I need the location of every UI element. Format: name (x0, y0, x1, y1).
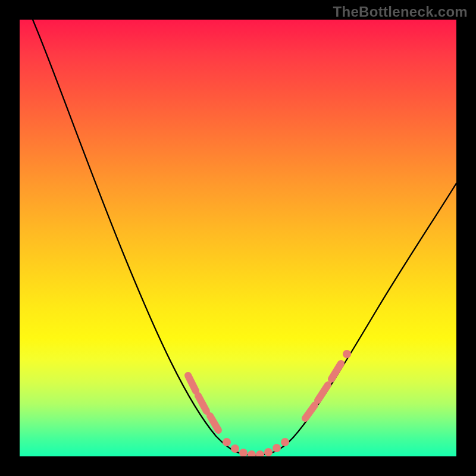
marker-seg-right-1 (305, 405, 315, 418)
marker-seg-right-2 (318, 385, 328, 400)
chart-plot-area (20, 20, 456, 456)
marker-seg-left-2 (198, 396, 206, 411)
marker-dot (223, 438, 231, 446)
chart-frame: TheBottleneck.com (0, 0, 476, 476)
marker-dot (264, 448, 273, 456)
marker-seg-left-3 (210, 416, 218, 430)
marker-dot (239, 449, 248, 456)
marker-dot (343, 350, 351, 358)
marker-dot (273, 444, 281, 452)
marker-dot (248, 450, 256, 456)
curve-path (33, 20, 456, 455)
marker-seg-left-1 (188, 375, 196, 391)
marker-dot (231, 444, 239, 453)
marker-dot (281, 438, 289, 446)
marker-seg-right-3 (331, 364, 341, 379)
marker-dot (256, 450, 264, 456)
bottleneck-curve (20, 20, 456, 456)
watermark-text: TheBottleneck.com (333, 4, 468, 20)
